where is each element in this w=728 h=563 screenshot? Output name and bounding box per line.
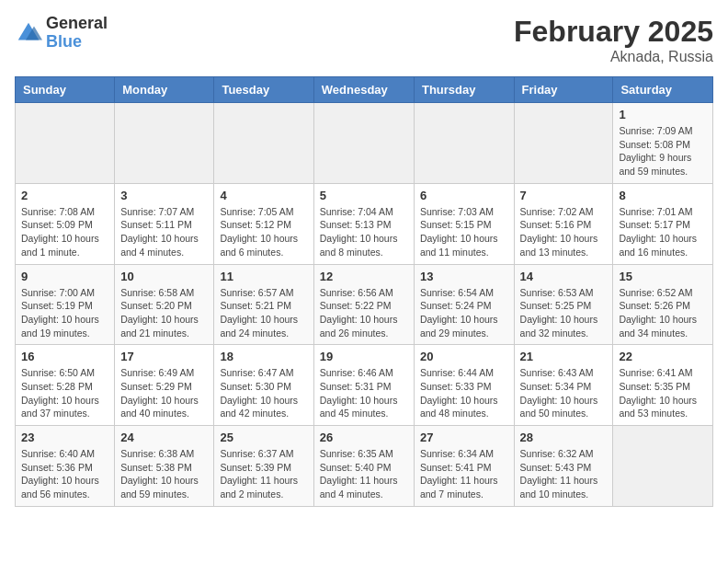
day-number: 16 <box>21 350 108 363</box>
day-info: Sunrise: 6:50 AM Sunset: 5:28 PM Dayligh… <box>21 366 108 420</box>
day-number: 9 <box>21 270 108 283</box>
day-number: 25 <box>220 431 307 444</box>
calendar-cell: 7Sunrise: 7:02 AM Sunset: 5:16 PM Daylig… <box>514 183 613 264</box>
day-number: 14 <box>520 270 608 283</box>
day-number: 3 <box>120 189 208 202</box>
logo-general: General <box>46 15 108 33</box>
calendar-header: SundayMondayTuesdayWednesdayThursdayFrid… <box>16 77 713 103</box>
logo-blue: Blue <box>46 33 108 52</box>
day-info: Sunrise: 6:37 AM Sunset: 5:39 PM Dayligh… <box>220 447 307 501</box>
page-header: General Blue February 2025 Aknada, Russi… <box>15 15 713 65</box>
calendar-cell: 27Sunrise: 6:34 AM Sunset: 5:41 PM Dayli… <box>414 426 514 507</box>
calendar-cell: 16Sunrise: 6:50 AM Sunset: 5:28 PM Dayli… <box>16 345 115 426</box>
calendar-cell: 12Sunrise: 6:56 AM Sunset: 5:22 PM Dayli… <box>313 264 414 345</box>
day-number: 27 <box>420 431 508 444</box>
day-number: 13 <box>420 270 508 283</box>
day-info: Sunrise: 6:32 AM Sunset: 5:43 PM Dayligh… <box>520 447 608 501</box>
title-block: February 2025 Aknada, Russia <box>514 15 713 65</box>
day-number: 1 <box>619 108 707 121</box>
day-info: Sunrise: 7:09 AM Sunset: 5:08 PM Dayligh… <box>619 124 707 178</box>
calendar-cell <box>414 103 514 184</box>
calendar-week-row: 16Sunrise: 6:50 AM Sunset: 5:28 PM Dayli… <box>16 345 713 426</box>
calendar-cell: 3Sunrise: 7:07 AM Sunset: 5:11 PM Daylig… <box>115 183 214 264</box>
day-info: Sunrise: 6:41 AM Sunset: 5:35 PM Dayligh… <box>619 366 707 420</box>
calendar-cell: 17Sunrise: 6:49 AM Sunset: 5:29 PM Dayli… <box>115 345 214 426</box>
day-info: Sunrise: 7:00 AM Sunset: 5:19 PM Dayligh… <box>21 286 108 340</box>
day-number: 21 <box>520 350 608 363</box>
day-number: 26 <box>320 431 408 444</box>
day-number: 7 <box>520 189 608 202</box>
day-info: Sunrise: 6:53 AM Sunset: 5:25 PM Dayligh… <box>520 286 608 340</box>
day-info: Sunrise: 6:57 AM Sunset: 5:21 PM Dayligh… <box>220 286 307 340</box>
day-number: 8 <box>619 189 707 202</box>
day-number: 12 <box>320 270 408 283</box>
day-info: Sunrise: 6:43 AM Sunset: 5:34 PM Dayligh… <box>520 366 608 420</box>
calendar-cell: 5Sunrise: 7:04 AM Sunset: 5:13 PM Daylig… <box>313 183 414 264</box>
calendar-body: 1Sunrise: 7:09 AM Sunset: 5:08 PM Daylig… <box>16 103 713 507</box>
calendar-week-row: 9Sunrise: 7:00 AM Sunset: 5:19 PM Daylig… <box>16 264 713 345</box>
header-row: SundayMondayTuesdayWednesdayThursdayFrid… <box>16 77 713 103</box>
calendar-cell: 2Sunrise: 7:08 AM Sunset: 5:09 PM Daylig… <box>16 183 115 264</box>
day-number: 22 <box>619 350 707 363</box>
day-info: Sunrise: 6:58 AM Sunset: 5:20 PM Dayligh… <box>120 286 208 340</box>
day-info: Sunrise: 6:38 AM Sunset: 5:38 PM Dayligh… <box>120 447 208 501</box>
weekday-header: Saturday <box>613 77 713 103</box>
calendar-cell: 22Sunrise: 6:41 AM Sunset: 5:35 PM Dayli… <box>613 345 713 426</box>
calendar-cell: 20Sunrise: 6:44 AM Sunset: 5:33 PM Dayli… <box>414 345 514 426</box>
calendar-cell: 15Sunrise: 6:52 AM Sunset: 5:26 PM Dayli… <box>613 264 713 345</box>
day-number: 4 <box>220 189 307 202</box>
calendar-cell: 8Sunrise: 7:01 AM Sunset: 5:17 PM Daylig… <box>613 183 713 264</box>
day-info: Sunrise: 7:02 AM Sunset: 5:16 PM Dayligh… <box>520 205 608 259</box>
day-number: 10 <box>120 270 208 283</box>
day-number: 5 <box>320 189 408 202</box>
location: Aknada, Russia <box>514 49 713 65</box>
calendar-cell: 9Sunrise: 7:00 AM Sunset: 5:19 PM Daylig… <box>16 264 115 345</box>
calendar-cell: 18Sunrise: 6:47 AM Sunset: 5:30 PM Dayli… <box>214 345 313 426</box>
day-number: 28 <box>520 431 608 444</box>
calendar-week-row: 23Sunrise: 6:40 AM Sunset: 5:36 PM Dayli… <box>16 426 713 507</box>
calendar-cell: 6Sunrise: 7:03 AM Sunset: 5:15 PM Daylig… <box>414 183 514 264</box>
day-info: Sunrise: 6:54 AM Sunset: 5:24 PM Dayligh… <box>420 286 508 340</box>
calendar-cell: 25Sunrise: 6:37 AM Sunset: 5:39 PM Dayli… <box>214 426 313 507</box>
calendar-cell: 13Sunrise: 6:54 AM Sunset: 5:24 PM Dayli… <box>414 264 514 345</box>
weekday-header: Wednesday <box>313 77 414 103</box>
day-number: 15 <box>619 270 707 283</box>
day-info: Sunrise: 7:07 AM Sunset: 5:11 PM Dayligh… <box>120 205 208 259</box>
weekday-header: Monday <box>115 77 214 103</box>
weekday-header: Sunday <box>16 77 115 103</box>
calendar-table: SundayMondayTuesdayWednesdayThursdayFrid… <box>15 76 713 507</box>
day-number: 19 <box>320 350 408 363</box>
day-info: Sunrise: 6:34 AM Sunset: 5:41 PM Dayligh… <box>420 447 508 501</box>
calendar-cell: 4Sunrise: 7:05 AM Sunset: 5:12 PM Daylig… <box>214 183 313 264</box>
calendar-cell: 21Sunrise: 6:43 AM Sunset: 5:34 PM Dayli… <box>514 345 613 426</box>
calendar-week-row: 2Sunrise: 7:08 AM Sunset: 5:09 PM Daylig… <box>16 183 713 264</box>
logo: General Blue <box>15 15 108 52</box>
day-info: Sunrise: 6:35 AM Sunset: 5:40 PM Dayligh… <box>320 447 408 501</box>
day-info: Sunrise: 7:04 AM Sunset: 5:13 PM Dayligh… <box>320 205 408 259</box>
day-number: 6 <box>420 189 508 202</box>
calendar-cell: 24Sunrise: 6:38 AM Sunset: 5:38 PM Dayli… <box>115 426 214 507</box>
calendar-week-row: 1Sunrise: 7:09 AM Sunset: 5:08 PM Daylig… <box>16 103 713 184</box>
day-number: 17 <box>120 350 208 363</box>
calendar-cell <box>115 103 214 184</box>
calendar-cell <box>514 103 613 184</box>
weekday-header: Friday <box>514 77 613 103</box>
calendar-cell <box>214 103 313 184</box>
calendar-cell: 14Sunrise: 6:53 AM Sunset: 5:25 PM Dayli… <box>514 264 613 345</box>
day-number: 20 <box>420 350 508 363</box>
day-info: Sunrise: 7:05 AM Sunset: 5:12 PM Dayligh… <box>220 205 307 259</box>
logo-icon <box>15 19 42 47</box>
day-info: Sunrise: 6:40 AM Sunset: 5:36 PM Dayligh… <box>21 447 108 501</box>
day-number: 18 <box>220 350 307 363</box>
day-number: 23 <box>21 431 108 444</box>
calendar-cell: 11Sunrise: 6:57 AM Sunset: 5:21 PM Dayli… <box>214 264 313 345</box>
day-info: Sunrise: 6:47 AM Sunset: 5:30 PM Dayligh… <box>220 366 307 420</box>
day-info: Sunrise: 6:49 AM Sunset: 5:29 PM Dayligh… <box>120 366 208 420</box>
day-info: Sunrise: 6:56 AM Sunset: 5:22 PM Dayligh… <box>320 286 408 340</box>
day-number: 11 <box>220 270 307 283</box>
day-info: Sunrise: 6:44 AM Sunset: 5:33 PM Dayligh… <box>420 366 508 420</box>
month-title: February 2025 <box>514 15 713 49</box>
calendar-cell <box>313 103 414 184</box>
weekday-header: Tuesday <box>214 77 313 103</box>
day-info: Sunrise: 6:46 AM Sunset: 5:31 PM Dayligh… <box>320 366 408 420</box>
